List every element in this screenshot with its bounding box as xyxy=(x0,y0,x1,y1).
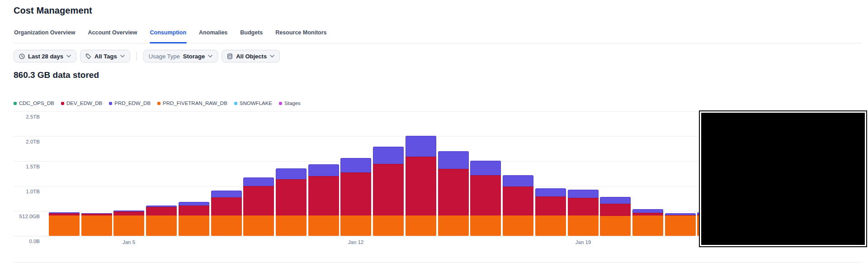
bar-jan-20[interactable] xyxy=(600,197,631,236)
y-tick-label: 1.0TB xyxy=(14,189,40,194)
bar-jan-10[interactable] xyxy=(276,168,307,236)
chevron-down-icon xyxy=(120,55,125,57)
bar-jan-11[interactable] xyxy=(308,164,339,236)
bar-segment-PRD_FIVETRAN_RAW_DB xyxy=(665,215,696,236)
storage-total-headline: 860.3 GB data stored xyxy=(14,70,99,80)
time-range-filter[interactable]: Last 28 days xyxy=(14,50,76,62)
bar-segment-PRD_FIVETRAN_RAW_DB xyxy=(438,215,469,236)
bar-segment-DEV_EDW_DB xyxy=(438,169,469,215)
legend-swatch xyxy=(157,102,160,105)
tab-bar: Organization Overview Account Overview C… xyxy=(14,29,862,43)
bar-segment-DEV_EDW_DB xyxy=(406,157,436,215)
legend-item-DEV_EDW_DB[interactable]: DEV_EDW_DB xyxy=(61,100,102,106)
bar-jan-13[interactable] xyxy=(373,147,404,236)
bar-segment-DEV_EDW_DB xyxy=(179,206,209,215)
bar-segment-DEV_EDW_DB xyxy=(373,164,404,215)
bar-segment-PRD_EDW_DB xyxy=(243,177,274,186)
filter-divider xyxy=(137,52,137,60)
bar-segment-DEV_EDW_DB xyxy=(600,204,631,216)
legend-item-PRD_EDW_DB[interactable]: PRD_EDW_DB xyxy=(109,100,151,106)
bar-segment-PRD_FIVETRAN_RAW_DB xyxy=(211,215,242,236)
tab-consumption[interactable]: Consumption xyxy=(150,29,187,43)
bar-segment-PRD_EDW_DB xyxy=(211,191,242,197)
time-range-label: Last 28 days xyxy=(28,53,63,60)
bar-segment-PRD_FIVETRAN_RAW_DB xyxy=(49,215,80,236)
bar-segment-DEV_EDW_DB xyxy=(308,176,339,215)
tab-budgets[interactable]: Budgets xyxy=(240,29,263,43)
legend-item-Stages[interactable]: Stages xyxy=(279,100,301,106)
bar-jan-9[interactable] xyxy=(243,177,274,236)
tab-resource-monitors[interactable]: Resource Monitors xyxy=(275,29,327,43)
legend-swatch xyxy=(61,102,64,105)
legend-label: Stages xyxy=(284,100,301,106)
bottom-separator xyxy=(14,262,862,263)
bar-segment-PRD_EDW_DB xyxy=(373,147,404,164)
bar-jan-5[interactable] xyxy=(113,211,144,236)
bar-jan-8[interactable] xyxy=(211,191,242,236)
bar-jan-3[interactable] xyxy=(49,212,80,236)
bar-segment-PRD_FIVETRAN_RAW_DB xyxy=(470,215,501,236)
tab-organization-overview[interactable]: Organization Overview xyxy=(14,29,75,43)
bar-segment-DEV_EDW_DB xyxy=(535,196,566,215)
chevron-down-icon xyxy=(208,55,212,57)
clock-icon xyxy=(19,53,25,59)
bar-jan-22[interactable] xyxy=(665,213,696,236)
tags-filter[interactable]: All Tags xyxy=(80,50,130,62)
legend-label: DEV_EDW_DB xyxy=(66,100,102,106)
cost-management-page: Cost Management Organization Overview Ac… xyxy=(0,0,868,268)
bar-segment-PRD_EDW_DB xyxy=(600,197,631,204)
bar-jan-15[interactable] xyxy=(438,151,469,236)
legend-item-CDC_OPS_DB[interactable]: CDC_OPS_DB xyxy=(14,100,54,106)
y-tick-label: 512.0GB xyxy=(14,214,40,219)
bar-jan-21[interactable] xyxy=(632,209,663,236)
bar-jan-4[interactable] xyxy=(81,213,112,236)
bar-segment-PRD_FIVETRAN_RAW_DB xyxy=(340,215,371,236)
bar-segment-DEV_EDW_DB xyxy=(243,186,274,215)
bar-segment-PRD_FIVETRAN_RAW_DB xyxy=(243,215,274,236)
bar-segment-PRD_EDW_DB xyxy=(179,202,209,206)
bar-segment-PRD_FIVETRAN_RAW_DB xyxy=(179,215,209,236)
legend-swatch xyxy=(279,102,282,105)
objects-filter[interactable]: All Objects xyxy=(222,50,280,62)
legend-swatch xyxy=(234,102,237,105)
bar-segment-DEV_EDW_DB xyxy=(276,179,307,215)
bar-segment-PRD_FIVETRAN_RAW_DB xyxy=(373,215,404,236)
bar-jan-12[interactable] xyxy=(340,158,371,236)
bar-segment-PRD_FIVETRAN_RAW_DB xyxy=(276,215,307,236)
bar-segment-DEV_EDW_DB xyxy=(211,197,242,215)
bar-segment-PRD_FIVETRAN_RAW_DB xyxy=(406,215,436,236)
bar-segment-PRD_EDW_DB xyxy=(406,136,436,157)
bar-jan-7[interactable] xyxy=(179,202,209,236)
bar-segment-PRD_FIVETRAN_RAW_DB xyxy=(568,215,599,236)
bar-jan-19[interactable] xyxy=(568,190,599,236)
x-tick-label: Jan 19 xyxy=(576,239,591,245)
usage-type-filter[interactable]: Usage Type Storage xyxy=(143,50,218,62)
legend-item-PRD_FIVETRAN_RAW_DB[interactable]: PRD_FIVETRAN_RAW_DB xyxy=(157,100,227,106)
bar-segment-PRD_FIVETRAN_RAW_DB xyxy=(308,215,339,236)
legend-item-SNOWFLAKE[interactable]: SNOWFLAKE xyxy=(234,100,272,106)
bar-jan-18[interactable] xyxy=(535,188,566,236)
bar-jan-14[interactable] xyxy=(406,136,436,236)
legend-swatch xyxy=(14,102,17,105)
objects-filter-label: All Objects xyxy=(236,53,267,60)
chevron-down-icon xyxy=(270,55,274,57)
x-tick-label: Jan 12 xyxy=(348,239,364,245)
bar-segment-PRD_EDW_DB xyxy=(568,190,599,198)
legend-label: CDC_OPS_DB xyxy=(19,100,54,106)
legend-label: PRD_EDW_DB xyxy=(114,100,151,106)
tab-account-overview[interactable]: Account Overview xyxy=(87,29,137,43)
tab-anomalies[interactable]: Anomalies xyxy=(198,29,228,43)
bar-segment-DEV_EDW_DB xyxy=(340,172,371,215)
usage-type-value: Storage xyxy=(183,53,205,60)
bar-segment-PRD_FIVETRAN_RAW_DB xyxy=(146,215,177,236)
bar-segment-PRD_EDW_DB xyxy=(503,175,533,187)
bar-jan-17[interactable] xyxy=(503,175,533,236)
page-title: Cost Management xyxy=(14,5,92,16)
bar-segment-PRD_EDW_DB xyxy=(632,209,663,213)
bar-segment-DEV_EDW_DB xyxy=(568,198,599,215)
bar-jan-6[interactable] xyxy=(146,206,177,236)
database-icon xyxy=(227,53,233,59)
tags-filter-label: All Tags xyxy=(94,53,117,60)
bar-jan-16[interactable] xyxy=(470,161,501,236)
bar-segment-PRD_EDW_DB xyxy=(340,158,371,172)
